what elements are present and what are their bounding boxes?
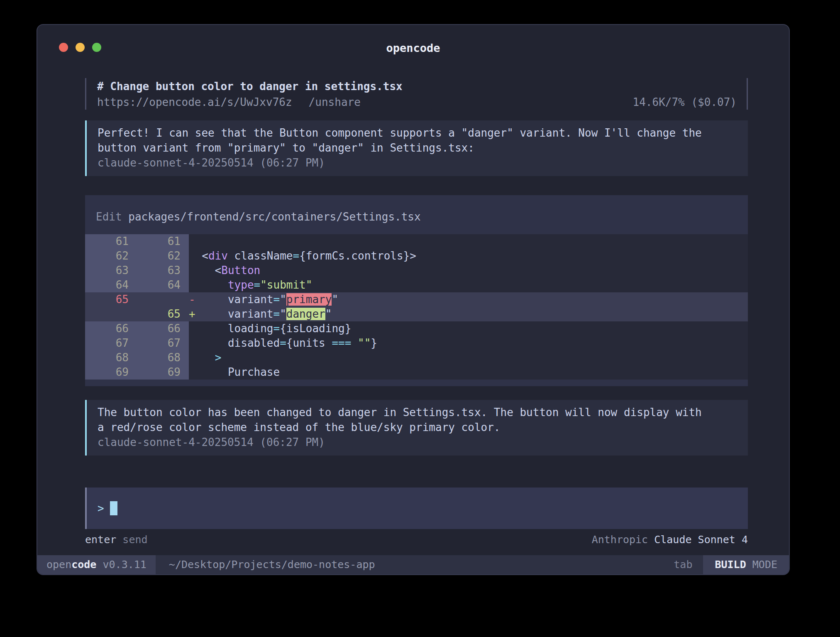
message-line: button variant from "primary" to "danger…	[98, 140, 737, 155]
app-version-chip: opencode v0.3.11	[37, 555, 156, 574]
diff-rows: 61616262 <div className={formCs.controls…	[85, 234, 748, 380]
mode-primary: BUILD	[715, 559, 746, 571]
prompt-input[interactable]: >	[85, 488, 748, 529]
diff-row: 65- variant="primary"	[85, 292, 748, 307]
model-name: Claude Sonnet 4	[654, 534, 748, 546]
assistant-message: Perfect! I can see that the Button compo…	[85, 120, 748, 176]
session-title: # Change button color to danger in setti…	[97, 79, 737, 94]
window-title: opencode	[37, 42, 789, 54]
app-name-bold: code	[71, 559, 96, 571]
edit-file-path: packages/frontend/src/containers/Setting…	[128, 211, 420, 223]
diff-row: 6464 type="submit"	[85, 278, 748, 292]
message-line: The button color has been changed to dan…	[98, 405, 737, 420]
message-model-timestamp: claude-sonnet-4-20250514 (06:27 PM)	[98, 435, 737, 450]
text-cursor	[110, 501, 117, 515]
share-url-link[interactable]: https://opencode.ai/s/UwJxv76z	[97, 95, 292, 110]
message-line: Perfect! I can see that the Button compo…	[98, 125, 737, 140]
enter-key-hint: enter	[85, 534, 116, 546]
send-label: send	[122, 534, 147, 546]
assistant-message: The button color has been changed to dan…	[85, 400, 748, 456]
diff-row: 6868 >	[85, 350, 748, 365]
token-usage-cost: 14.6K/7% ($0.07)	[633, 95, 737, 110]
diff-row: 6767 disabled={units === ""}	[85, 336, 748, 350]
diff-row: 6666 loading={isLoading}	[85, 321, 748, 336]
model-indicator: Anthropic Claude Sonnet 4	[592, 532, 748, 547]
titlebar: opencode	[37, 25, 789, 63]
diff-row: 6262 <div className={formCs.controls}>	[85, 249, 748, 263]
edit-tool-block: Edit packages/frontend/src/containers/Se…	[85, 195, 748, 386]
model-provider: Anthropic	[592, 534, 648, 546]
app-version: v0.3.11	[96, 559, 146, 571]
session-subrow: https://opencode.ai/s/UwJxv76z /unshare …	[97, 95, 737, 110]
mode-secondary: MODE	[746, 559, 777, 571]
edit-action-label: Edit	[96, 211, 122, 223]
message-model-timestamp: claude-sonnet-4-20250514 (06:27 PM)	[98, 155, 737, 170]
tab-key-hint[interactable]: tab	[663, 555, 703, 574]
edit-header: Edit packages/frontend/src/containers/Se…	[85, 209, 748, 234]
session-header: # Change button color to danger in setti…	[85, 78, 748, 110]
diff-row: 6363 <Button	[85, 263, 748, 278]
unshare-command[interactable]: /unshare	[309, 95, 361, 110]
message-line: a red/rose color scheme instead of the b…	[98, 420, 737, 435]
status-bar: opencode v0.3.11 ~/Desktop/Projects/demo…	[37, 555, 789, 574]
diff-row: 6161	[85, 234, 748, 249]
send-hint: enter send	[85, 532, 148, 547]
working-directory: ~/Desktop/Projects/demo-notes-app	[169, 555, 375, 574]
build-mode-badge: BUILD MODE	[703, 555, 789, 574]
prompt-chevron: >	[98, 502, 104, 514]
diff-row: 65+ variant="danger"	[85, 307, 748, 321]
diff-row: 6969 Purchase	[85, 365, 748, 380]
opencode-window: opencode # Change button color to danger…	[37, 24, 790, 575]
app-name-dim: open	[46, 559, 71, 571]
hint-row: enter send Anthropic Claude Sonnet 4	[85, 532, 748, 547]
